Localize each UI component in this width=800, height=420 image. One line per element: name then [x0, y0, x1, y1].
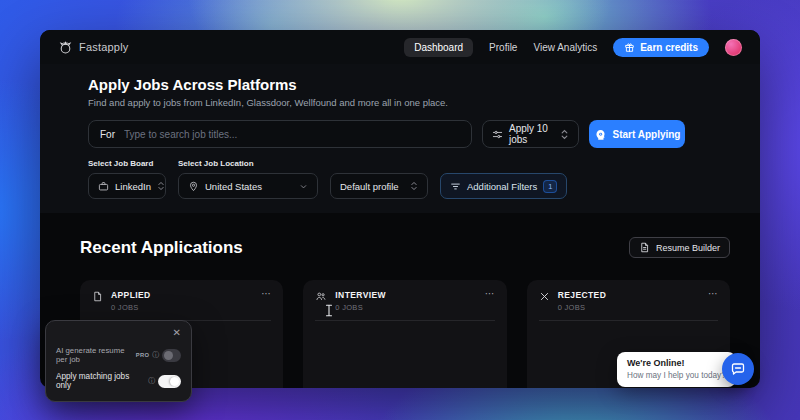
matching-jobs-label: Apply matching jobs only — [56, 372, 145, 390]
x-icon — [539, 291, 550, 302]
start-applying-label: Start Applying — [613, 129, 681, 140]
chat-bubble-icon — [730, 361, 746, 377]
job-location-value: United States — [205, 181, 262, 192]
matching-jobs-setting-row: Apply matching jobs only ⓘ — [56, 372, 181, 390]
column-titles: APPLIED 0 JOBS — [111, 290, 151, 312]
divider — [315, 320, 494, 321]
document-icon — [639, 242, 650, 253]
filter-funnel-icon — [450, 181, 461, 192]
job-location-label: Select Job Location — [178, 159, 318, 168]
brand: Fastapply — [58, 40, 129, 55]
column-count: 0 JOBS — [558, 303, 607, 312]
column-menu-button[interactable]: ⋯ — [708, 290, 718, 298]
chevron-updown-icon — [560, 129, 569, 140]
column-titles: INTERVIEW 0 JOBS — [335, 290, 386, 312]
divider — [539, 320, 718, 321]
resume-builder-label: Resume Builder — [656, 243, 720, 253]
top-navbar: Fastapply Dashboard Profile View Analyti… — [40, 30, 760, 64]
column-header: REJECTED 0 JOBS ⋯ — [539, 290, 718, 312]
chevron-updown-icon — [157, 181, 165, 191]
job-board-group: Select Job Board LinkedIn — [88, 159, 166, 199]
chat-status: We're Online! — [627, 358, 726, 368]
chat-launcher-button[interactable] — [722, 353, 754, 385]
column-title: REJECTED — [558, 290, 607, 300]
column-menu-button[interactable]: ⋯ — [485, 290, 495, 298]
chevron-updown-icon — [410, 181, 418, 191]
brand-name: Fastapply — [79, 41, 129, 53]
column-count: 0 JOBS — [335, 303, 386, 312]
hero-section: Apply Jobs Across Platforms Find and app… — [40, 64, 760, 213]
job-title-search-box: For — [88, 120, 472, 148]
job-board-select[interactable]: LinkedIn — [88, 173, 166, 199]
page-subtitle: Find and apply to jobs from LinkedIn, Gl… — [88, 97, 685, 108]
chat-tooltip: We're Online! How may I help you today? — [617, 352, 736, 387]
column-count: 0 JOBS — [111, 303, 151, 312]
column-titles: REJECTED 0 JOBS — [558, 290, 607, 312]
nav-item-profile[interactable]: Profile — [489, 42, 517, 53]
applications-header: Recent Applications Resume Builder — [80, 237, 730, 258]
job-location-group: Select Job Location United States — [178, 159, 318, 199]
document-icon — [92, 291, 103, 302]
nav-item-dashboard[interactable]: Dashboard — [404, 38, 473, 57]
page-title: Apply Jobs Across Platforms — [88, 76, 685, 93]
gift-icon — [624, 42, 635, 53]
earn-credits-button[interactable]: Earn credits — [613, 38, 709, 57]
nav-links: Dashboard Profile View Analytics Earn cr… — [404, 38, 742, 57]
briefcase-icon — [98, 181, 109, 192]
sliders-icon — [492, 129, 503, 140]
matching-jobs-toggle[interactable] — [158, 375, 181, 388]
filters-row: Select Job Board LinkedIn — [88, 159, 685, 199]
filters-count-badge: 1 — [543, 180, 557, 193]
info-icon[interactable]: ⓘ — [152, 350, 159, 360]
job-board-value: LinkedIn — [115, 181, 151, 192]
fastapply-logo-icon — [58, 40, 73, 55]
additional-filters-label: Additional Filters — [467, 181, 537, 192]
profile-select-value: Default profile — [340, 181, 399, 192]
apply-settings-popup: ✕ AI generate resume per job PRO ⓘ Apply… — [45, 320, 192, 402]
earn-credits-label: Earn credits — [640, 42, 698, 53]
pro-badge: PRO — [136, 352, 149, 358]
column-menu-button[interactable]: ⋯ — [261, 290, 271, 298]
job-title-search-input[interactable] — [124, 129, 460, 140]
column-header: INTERVIEW 0 JOBS ⋯ — [315, 290, 494, 312]
column-title: INTERVIEW — [335, 290, 386, 300]
ai-resume-label: AI generate resume per job — [56, 346, 133, 364]
people-icon — [315, 291, 327, 302]
user-avatar[interactable] — [725, 39, 742, 56]
job-board-label: Select Job Board — [88, 159, 166, 168]
apply-count-value: Apply 10 jobs — [509, 123, 554, 145]
resume-builder-button[interactable]: Resume Builder — [629, 237, 730, 258]
search-row: For Apply 10 jobs — [88, 120, 685, 148]
additional-filters-button[interactable]: Additional Filters 1 — [440, 173, 567, 199]
job-location-select[interactable]: United States — [178, 173, 318, 199]
text-cursor-i-beam — [325, 304, 333, 317]
chat-message: How may I help you today? — [627, 371, 726, 380]
column-header: APPLIED 0 JOBS ⋯ — [92, 290, 271, 312]
info-icon[interactable]: ⓘ — [148, 376, 155, 386]
chevron-down-icon — [299, 182, 308, 191]
desktop-background: Fastapply Dashboard Profile View Analyti… — [0, 0, 800, 420]
profile-select[interactable]: Default profile — [330, 173, 428, 199]
column-title: APPLIED — [111, 290, 151, 300]
search-prefix: For — [100, 129, 115, 140]
apply-count-select[interactable]: Apply 10 jobs — [482, 120, 579, 148]
ai-head-icon — [594, 128, 607, 141]
nav-item-view-analytics[interactable]: View Analytics — [533, 42, 597, 53]
ai-resume-toggle[interactable] — [162, 349, 181, 362]
ai-resume-setting-row: AI generate resume per job PRO ⓘ — [56, 346, 181, 364]
close-icon[interactable]: ✕ — [173, 328, 181, 338]
location-pin-icon — [188, 181, 199, 192]
applications-title: Recent Applications — [80, 238, 243, 258]
start-applying-button[interactable]: Start Applying — [589, 120, 685, 148]
column-interview: INTERVIEW 0 JOBS ⋯ — [303, 280, 506, 388]
